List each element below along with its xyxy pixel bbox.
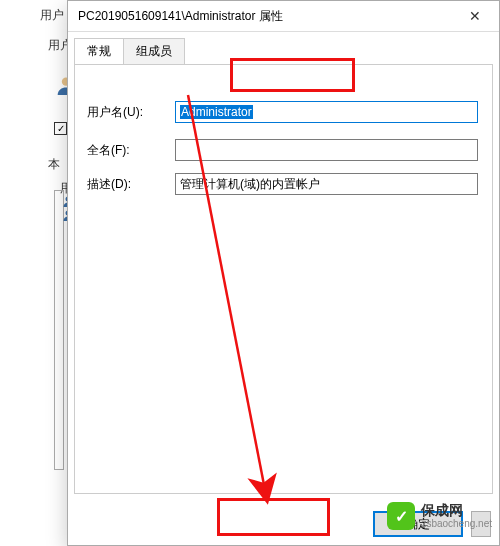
bg-local-label: 本 [48, 156, 60, 173]
row-description: 描述(D): [87, 173, 478, 195]
row-fullname: 全名(F): [87, 139, 478, 161]
label-username: 用户名(U): [87, 104, 175, 121]
bg-checkbox-row: ✓ [54, 122, 67, 135]
watermark-url: zsbaocheng.net [421, 518, 492, 529]
row-username: 用户名(U): Administrator [87, 101, 478, 123]
description-input[interactable] [175, 173, 478, 195]
bg-group-box [54, 190, 64, 470]
watermark: ✓ 保成网 zsbaocheng.net [387, 502, 492, 530]
tab-general[interactable]: 常规 [74, 38, 124, 64]
watermark-name: 保成网 [421, 503, 492, 518]
dialog-titlebar: PC2019051609141\Administrator 属性 ✕ [68, 1, 499, 31]
checkbox-icon: ✓ [54, 122, 67, 135]
tab-panel-general: 用户名(U): Administrator 全名(F): 描述(D): [74, 64, 493, 494]
label-description: 描述(D): [87, 176, 175, 193]
label-fullname: 全名(F): [87, 142, 175, 159]
tabs: 常规 组成员 [68, 32, 499, 64]
close-button[interactable]: ✕ [457, 4, 493, 28]
shield-check-icon: ✓ [387, 502, 415, 530]
username-input[interactable]: Administrator [175, 101, 478, 123]
tab-members[interactable]: 组成员 [123, 38, 185, 64]
bg-window-title: 用户 [40, 7, 64, 24]
dialog-title: PC2019051609141\Administrator 属性 [78, 8, 457, 25]
properties-dialog: PC2019051609141\Administrator 属性 ✕ 常规 组成… [67, 0, 500, 546]
username-value: Administrator [180, 105, 253, 119]
fullname-input[interactable] [175, 139, 478, 161]
